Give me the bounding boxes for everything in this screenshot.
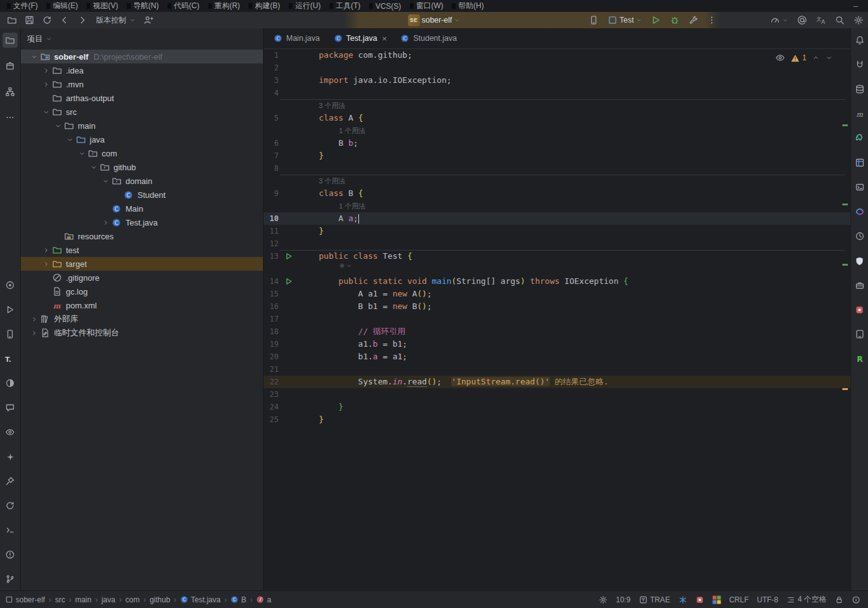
error-stripe-mark[interactable] (842, 388, 848, 390)
code-line-1[interactable]: 1package com.github; (264, 49, 850, 62)
code-line-2[interactable]: 2 (264, 62, 850, 74)
code-line-6[interactable]: 6 B b; (264, 137, 850, 149)
menu-item-T[interactable]: 工具(T) (325, 0, 365, 12)
breadcrumb-item-B[interactable]: CB (230, 595, 246, 604)
record-plugin-icon[interactable] (852, 302, 867, 317)
tree-item-gc.log[interactable]: gc.log (21, 285, 263, 298)
terminal-tool-icon[interactable] (3, 523, 18, 538)
tree-item-src[interactable]: src (21, 105, 263, 119)
code-line-17[interactable]: 17 (264, 313, 850, 325)
tree-chevron-icon[interactable] (88, 164, 99, 171)
build-icon[interactable] (687, 14, 700, 26)
tab-Main.java[interactable]: CMain.java (267, 28, 327, 48)
maven-panel-icon[interactable]: m (852, 106, 867, 121)
menu-item-B[interactable]: 构建(B) (244, 0, 284, 12)
code-line-25[interactable]: 25} (264, 413, 850, 426)
hint-row[interactable]: 1 个用法 (264, 124, 850, 137)
code-line-20[interactable]: 20 b1.a = a1; (264, 350, 850, 363)
code-line-10[interactable]: 10 A a; (264, 212, 850, 225)
tree-chevron-icon[interactable] (100, 178, 110, 185)
tree-item-.mvn[interactable]: .mvn (21, 77, 263, 91)
tree-item-test[interactable]: test (21, 243, 263, 257)
hint-row[interactable]: 1 个用法 (264, 200, 850, 212)
chat-tool-icon[interactable] (3, 400, 18, 415)
tree-chevron-icon[interactable] (41, 81, 51, 88)
usage-hint[interactable]: 1 个用法 (339, 200, 365, 212)
toggle-tool-icon[interactable] (3, 376, 18, 391)
tree-item-java[interactable]: java (21, 133, 263, 146)
breadcrumb-item-sober-elf[interactable]: sober-elf (5, 595, 45, 604)
device-tool-icon[interactable] (3, 327, 18, 342)
code-line-24[interactable]: 24 } (264, 401, 850, 413)
menu-item-N[interactable]: 导航(N) (122, 0, 163, 12)
code-line-5[interactable]: 5class A { (264, 112, 850, 124)
vcs-widget[interactable]: 版本控制 (93, 14, 137, 27)
snowflake-plugin-icon[interactable] (678, 595, 687, 604)
save-all-icon[interactable] (23, 14, 36, 26)
tree-item-main[interactable]: main (21, 119, 263, 133)
inlay-row[interactable] (264, 263, 850, 275)
shield-plugin-icon[interactable] (852, 253, 867, 268)
tab-close-icon[interactable]: × (382, 34, 387, 43)
caret-position[interactable]: 10:9 (616, 595, 630, 604)
line-ending[interactable]: CRLF (729, 595, 749, 604)
trae-widget[interactable]: TRAE (639, 595, 670, 604)
warning-triangle-icon[interactable] (791, 54, 800, 62)
code-line-23[interactable]: 23 (264, 388, 850, 401)
tree-item-arthas-output[interactable]: arthas-output (21, 91, 263, 105)
mentions-icon[interactable] (795, 14, 809, 26)
tree-chevron-icon[interactable] (41, 109, 51, 116)
tree-item--[interactable]: 外部库 (21, 312, 263, 326)
tree-item-sober-elf[interactable]: sober-elfD:\project\sober-elf (21, 50, 263, 63)
code-line-9[interactable]: 9class B { (264, 187, 850, 200)
breadcrumb-item-a[interactable]: fa (256, 595, 271, 604)
search-everywhere-icon[interactable] (833, 14, 847, 26)
tree-chevron-icon[interactable] (29, 330, 39, 337)
code-line-13[interactable]: 13public class Test { (264, 250, 850, 263)
usage-hint[interactable]: 1 个用法 (339, 124, 365, 137)
menu-item-VCSS[interactable]: VCS(S) (365, 1, 405, 11)
highlighting-level-eye-icon[interactable] (775, 53, 785, 63)
code-line-22[interactable]: 22 System.in.read(); 'InputStream.read()… (264, 376, 850, 388)
tree-item-target[interactable]: target (21, 257, 263, 271)
tree-chevron-icon[interactable] (100, 219, 110, 226)
menu-item-F[interactable]: 文件(F) (3, 0, 42, 12)
device-mirror-icon[interactable] (587, 14, 601, 26)
breadcrumb-item-src[interactable]: src (55, 595, 65, 604)
tree-chevron-icon[interactable] (41, 261, 51, 268)
tree-chevron-icon[interactable] (29, 316, 39, 323)
menu-item-R[interactable]: 重构(R) (204, 0, 245, 12)
code-line-15[interactable]: 15 A a1 = new A(); (264, 288, 850, 300)
tree-item-com[interactable]: com (21, 146, 263, 160)
previous-problem-icon[interactable] (812, 54, 820, 62)
assistant-icon[interactable] (852, 57, 867, 72)
tree-chevron-icon[interactable] (41, 67, 51, 74)
error-stripe-mark[interactable] (842, 124, 848, 126)
tree-item-Main[interactable]: CMain (21, 202, 263, 215)
tab-Test.java[interactable]: CTest.java× (327, 28, 394, 48)
settings-icon[interactable] (852, 14, 865, 26)
translate-icon[interactable]: 文A (814, 14, 828, 26)
pin-tool-icon[interactable] (3, 474, 18, 489)
r-plugin-icon[interactable]: R (852, 351, 867, 366)
coverage-tool-icon[interactable] (3, 278, 18, 293)
run-gutter-icon[interactable] (285, 252, 292, 260)
tree-item-Student[interactable]: CStudent (21, 188, 263, 202)
code-line-18[interactable]: 18 // 循环引用 (264, 325, 850, 338)
tree-item-.gitignore[interactable]: .gitignore (21, 271, 263, 285)
tree-item-resources[interactable]: resources (21, 229, 263, 243)
code-line-4[interactable]: 4 (264, 87, 850, 99)
swirl-plugin-icon[interactable] (852, 204, 867, 219)
code-line-14[interactable]: 14 public static void main(String[] args… (264, 275, 850, 288)
code-line-21[interactable]: 21 (264, 363, 850, 376)
error-stripe-mark[interactable] (842, 264, 848, 266)
run-tool-icon[interactable] (3, 302, 18, 317)
project-panel-header[interactable]: 项目 (21, 28, 263, 50)
error-stripe-mark[interactable] (842, 204, 848, 205)
breadcrumb-item-java[interactable]: java (102, 595, 115, 604)
info-icon[interactable] (852, 595, 860, 604)
editor[interactable]: 1package com.github;23import java.io.IOE… (264, 49, 850, 590)
tree-item-pom.xml[interactable]: mpom.xml (21, 298, 263, 312)
hint-row[interactable]: 3 个用法 (264, 99, 850, 112)
menu-item-E[interactable]: 编辑(E) (42, 0, 82, 12)
